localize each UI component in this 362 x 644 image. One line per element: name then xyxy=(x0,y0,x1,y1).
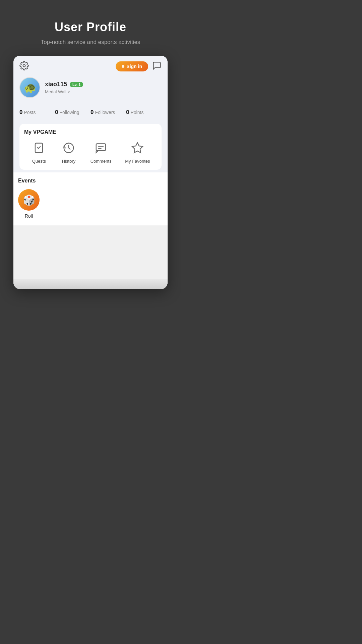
stat-followers[interactable]: 0 Followers xyxy=(90,109,126,116)
page-title: User Profile xyxy=(10,20,171,34)
svg-marker-6 xyxy=(132,143,143,153)
quests-icon xyxy=(31,140,47,156)
sign-in-label: Sign in xyxy=(126,64,142,69)
followers-label: Followers xyxy=(95,110,115,115)
comments-label: Comments xyxy=(90,159,112,164)
menu-item-favorites[interactable]: My Favorites xyxy=(125,140,150,164)
phone-bottom xyxy=(13,279,168,289)
comments-icon xyxy=(93,140,109,156)
favorites-icon xyxy=(129,140,145,156)
username-row: xiao115 Lv. 1 xyxy=(45,81,83,88)
avatar-emoji: 🐢 xyxy=(24,82,36,94)
points-number: 0 xyxy=(126,109,129,116)
stat-posts[interactable]: 0 Posts xyxy=(19,109,55,116)
quests-label: Quests xyxy=(32,159,46,164)
menu-item-quests[interactable]: Quests xyxy=(31,140,47,164)
favorites-label: My Favorites xyxy=(125,159,150,164)
top-right-actions: Sign in xyxy=(116,61,162,72)
event-item-roll[interactable]: 🎲 Roll xyxy=(18,189,40,219)
history-icon xyxy=(61,140,77,156)
posts-label: Posts xyxy=(24,110,36,115)
events-grid: 🎲 Roll xyxy=(18,189,163,219)
roll-icon: 🎲 xyxy=(18,189,40,211)
following-label: Following xyxy=(59,110,79,115)
top-bar: Sign in xyxy=(19,61,162,72)
avatar: 🐢 xyxy=(19,77,40,98)
username: xiao115 xyxy=(45,81,67,88)
points-label: Points xyxy=(130,110,143,115)
medal-wall-link[interactable]: Medal Wall > xyxy=(45,89,83,94)
menu-item-comments[interactable]: Comments xyxy=(90,140,112,164)
roll-label: Roll xyxy=(25,213,33,219)
roll-emoji: 🎲 xyxy=(23,194,35,206)
page-subtitle: Top-notch service and esports activities xyxy=(10,39,171,46)
menu-item-history[interactable]: History xyxy=(61,140,77,164)
followers-number: 0 xyxy=(90,109,94,116)
sign-in-dot xyxy=(122,65,124,68)
vpgame-card: My VPGAME Quests xyxy=(19,124,162,170)
level-badge: Lv. 1 xyxy=(70,82,83,87)
events-title: Events xyxy=(18,178,163,184)
profile-info: 🐢 xiao115 Lv. 1 Medal Wall > xyxy=(19,77,162,98)
phone-mockup: Sign in 🐢 xiao115 Lv. 1 Medal Wall > xyxy=(13,56,168,289)
menu-grid: Quests History xyxy=(24,140,157,164)
stats-row: 0 Posts 0 Following 0 Followers 0 Points xyxy=(19,104,162,120)
svg-rect-3 xyxy=(96,144,106,151)
vpgame-title: My VPGAME xyxy=(24,129,157,135)
settings-icon[interactable] xyxy=(19,61,29,72)
sign-in-button[interactable]: Sign in xyxy=(116,61,148,71)
svg-point-0 xyxy=(23,65,25,67)
stat-points[interactable]: 0 Points xyxy=(126,109,162,116)
chat-icon[interactable] xyxy=(152,61,162,72)
stat-following[interactable]: 0 Following xyxy=(55,109,90,116)
lower-area xyxy=(13,225,168,279)
user-details: xiao115 Lv. 1 Medal Wall > xyxy=(45,81,83,94)
history-label: History xyxy=(62,159,75,164)
profile-card: Sign in 🐢 xiao115 Lv. 1 Medal Wall > xyxy=(13,56,168,170)
following-number: 0 xyxy=(55,109,58,116)
posts-number: 0 xyxy=(19,109,22,116)
events-card: Events 🎲 Roll xyxy=(13,172,168,225)
